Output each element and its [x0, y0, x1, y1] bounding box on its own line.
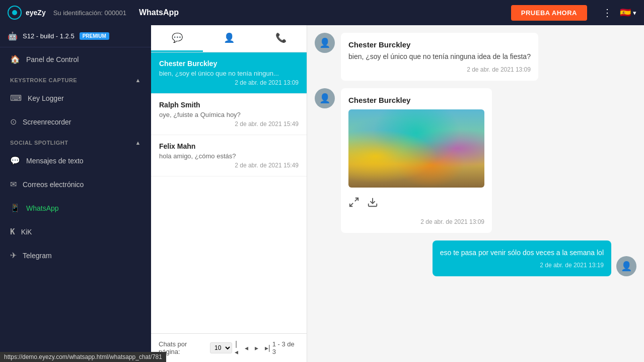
home-icon: 🏠 [10, 54, 20, 64]
sidebar: 🤖 S12 - build - 1.2.5 PREMIUM 🏠 Panel de… [0, 25, 151, 362]
brand-name: eyeZy [26, 9, 46, 17]
page-range-label: 1 - 3 de 3 [272, 340, 299, 355]
avatar: 👤 [315, 88, 335, 108]
chat-item-preview: hola amigo, ¿cómo estás? [159, 152, 299, 160]
section-keystroke-label: KEYSTROKE CAPTURE [10, 77, 77, 83]
chat-item-preview: bien, ¿soy el único que no tenía ningun.… [159, 70, 299, 77]
avatar: 👤 [616, 256, 636, 276]
sidebar-label-screenrecorder: Screenrecorder [23, 118, 71, 126]
chat-item-time: 2 de abr. de 2021 15:49 [159, 162, 299, 169]
premium-badge: PREMIUM [80, 32, 109, 40]
section-keystroke: KEYSTROKE CAPTURE ▲ [0, 71, 151, 86]
holi-festival-image [348, 109, 484, 188]
per-page-select-input[interactable]: 10 25 50 [210, 342, 232, 353]
chat-item-preview: oye, ¿fuiste a Química hoy? [159, 111, 299, 118]
keyboard-icon: ⌨ [10, 93, 22, 103]
message-time: 2 de abr. de 2021 13:09 [348, 218, 484, 225]
svg-line-1 [350, 203, 353, 206]
logo-circle [8, 6, 22, 20]
message-row-1: 👤 Chester Burckley bien, ¿soy el único q… [315, 33, 636, 81]
sidebar-item-screenrecorder[interactable]: ⊙ Screenrecorder [0, 110, 151, 134]
prev-page-button[interactable]: ◂ [243, 343, 250, 353]
more-options-icon[interactable]: ⋮ [602, 7, 612, 19]
email-icon: ✉ [10, 179, 17, 189]
chat-tabs: 💬 👤 📞 [151, 25, 307, 52]
logo-container: eyeZy [8, 6, 46, 20]
message-card: Chester Burckley bien, ¿soy el único que… [341, 33, 538, 81]
sidebar-label-mensajes: Mensajes de texto [26, 157, 84, 165]
flag-arrow-icon: ▾ [633, 9, 636, 17]
chat-item-name: Felix Mahn [159, 142, 299, 150]
sidebar-label-keylogger: Key Logger [28, 94, 64, 102]
device-name: S12 - build - 1.2.5 [23, 32, 75, 40]
kik-icon: K [10, 227, 15, 236]
tab-messages[interactable]: 💬 [151, 25, 203, 52]
header-app-title: WhatsApp [139, 8, 179, 17]
chat-list-panel: 💬 👤 📞 Chester Burckley bien, ¿soy el úni… [151, 25, 307, 362]
message-row-3: eso te pasa por venir sólo dos veces a l… [315, 240, 636, 277]
message-row-2: 👤 Chester Burckley [315, 88, 636, 233]
chat-item-name: Ralph Smith [159, 101, 299, 109]
pagination-bar: Chats por página: 10 25 50 |◂ ◂ ▸ ▸| 1 -… [151, 333, 307, 362]
sidebar-item-correos[interactable]: ✉ Correos electrónico [0, 172, 151, 196]
sidebar-label-telegram: Telegram [23, 252, 52, 260]
section-social-label: SOCIAL SPOTLIGHT [10, 140, 68, 146]
message-image [348, 109, 484, 188]
social-toggle-icon[interactable]: ▲ [135, 140, 141, 146]
tab-calls[interactable]: 📞 [255, 25, 307, 52]
chat-item-time: 2 de abr. de 2021 15:49 [159, 120, 299, 128]
sms-icon: 💬 [10, 156, 20, 165]
per-page-selector[interactable]: Chats por página: 10 25 50 [159, 340, 232, 355]
tab-contacts[interactable]: 👤 [203, 25, 255, 52]
main-layout: 🤖 S12 - build - 1.2.5 PREMIUM 🏠 Panel de… [0, 25, 644, 362]
outgoing-message-text: eso te pasa por venir sólo dos veces a l… [440, 248, 604, 258]
status-url: https://demo.eyezy.com/whatsapp.html/wha… [0, 352, 166, 362]
language-selector[interactable]: 🇪🇸 ▾ [620, 7, 636, 18]
chat-item-name: Chester Burckley [159, 59, 299, 68]
download-button[interactable] [367, 197, 378, 210]
keystroke-toggle-icon[interactable]: ▲ [135, 77, 141, 83]
section-social: SOCIAL SPOTLIGHT ▲ [0, 134, 151, 149]
record-icon: ⊙ [10, 117, 17, 127]
list-item[interactable]: Ralph Smith oye, ¿fuiste a Química hoy? … [151, 94, 307, 135]
sidebar-label-kik: KiK [21, 228, 32, 236]
sidebar-item-kik[interactable]: K KiK [0, 220, 151, 244]
image-actions [348, 193, 484, 214]
first-page-button[interactable]: |◂ [232, 339, 240, 357]
last-page-button[interactable]: ▸| [263, 343, 272, 353]
sidebar-label-correos: Correos electrónico [23, 180, 84, 189]
message-sender: Chester Burckley [348, 40, 531, 49]
fullscreen-button[interactable] [348, 197, 360, 210]
device-bar: 🤖 S12 - build - 1.2.5 PREMIUM [0, 25, 151, 47]
sidebar-item-mensajes[interactable]: 💬 Mensajes de texto [0, 149, 151, 172]
pagination-controls: |◂ ◂ ▸ ▸| [232, 339, 272, 357]
outgoing-message-card: eso te pasa por venir sólo dos veces a l… [433, 240, 611, 277]
list-item[interactable]: Chester Burckley bien, ¿soy el único que… [151, 52, 307, 94]
outgoing-message-time: 2 de abr. de 2021 13:19 [440, 262, 604, 269]
message-sender: Chester Burckley [348, 96, 484, 104]
chat-item-time: 2 de abr. de 2021 13:09 [159, 79, 299, 86]
sidebar-item-key-logger[interactable]: ⌨ Key Logger [0, 86, 151, 110]
sidebar-item-whatsapp[interactable]: 📱 WhatsApp [0, 196, 151, 220]
list-item[interactable]: Felix Mahn hola amigo, ¿cómo estás? 2 de… [151, 135, 307, 176]
message-panel: 👤 Chester Burckley bien, ¿soy el único q… [307, 25, 644, 362]
next-page-button[interactable]: ▸ [253, 343, 260, 353]
sidebar-item-telegram[interactable]: ✈ Telegram [0, 244, 151, 267]
user-id: Su identificación: 000001 [53, 9, 126, 17]
chat-list: Chester Burckley bien, ¿soy el único que… [151, 52, 307, 333]
flag-icon: 🇪🇸 [620, 7, 631, 18]
top-header: eyeZy Su identificación: 000001 WhatsApp… [0, 0, 644, 25]
sidebar-item-panel-control[interactable]: 🏠 Panel de Control [0, 47, 151, 71]
message-image-container [348, 109, 484, 214]
logo-inner [12, 10, 17, 15]
content-area: 💬 👤 📞 Chester Burckley bien, ¿soy el úni… [151, 25, 644, 362]
whatsapp-icon: 📱 [10, 203, 20, 213]
message-time: 2 de abr. de 2021 13:09 [348, 66, 531, 73]
sidebar-label-panel: Panel de Control [26, 55, 79, 64]
message-card-image: Chester Burckley [341, 88, 492, 233]
svg-line-0 [355, 198, 358, 201]
message-text: bien, ¿soy el único que no tenía ninguna… [348, 52, 531, 62]
sidebar-label-whatsapp: WhatsApp [26, 204, 59, 212]
telegram-icon: ✈ [10, 251, 17, 260]
cta-button[interactable]: PRUEBA AHORA [511, 5, 587, 21]
